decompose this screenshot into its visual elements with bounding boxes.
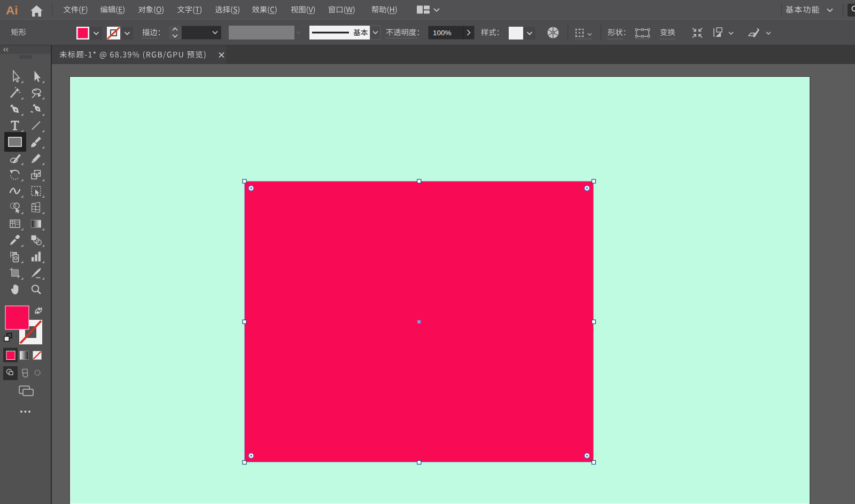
svg-text:100%: 100% xyxy=(433,29,452,37)
svg-text:Ai: Ai xyxy=(6,4,18,17)
